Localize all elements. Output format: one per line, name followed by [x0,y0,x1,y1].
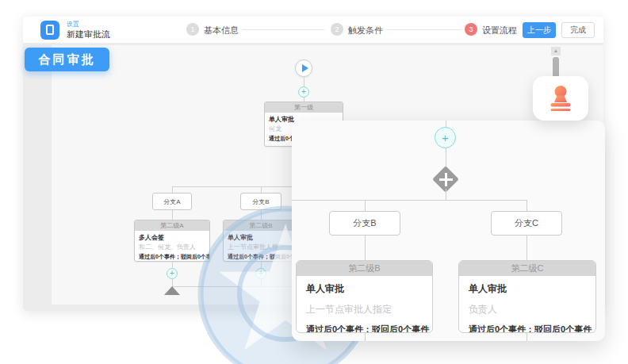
node-events: 通过后0个事件；驳回后0个事件 [139,252,205,261]
connector [261,279,262,286]
screen: 设置 新建审批流 1 基本信息 2 触发条件 3 设置流程 上一步 完成 + [0,0,628,364]
node-title: 第一级 [265,102,343,113]
connector [304,77,304,86]
approval-node-level2b[interactable]: 第二级B 单人审批 上一节点审批人指定 通过后0个事件；驳回后0个事件 [223,220,299,262]
connector [292,200,527,201]
node-title: 第二级A [135,220,209,231]
connector [446,189,446,200]
node-type: 单人审批 [306,282,424,296]
app-logo-icon [40,21,59,40]
zoom-preview-panel: + 分支B 分支C 第二级B 单人审批 上一节点审批人指定 通过后0个事件；驳回… [292,121,605,341]
approval-node-level2c[interactable]: 第二级C 单人审批 负责人 通过后0个事件；驳回后0个事件 [458,260,596,333]
start-node[interactable] [295,59,312,77]
node-assignee: 上一节点审批人指定 [306,303,424,316]
node-type: 多人会签 [139,233,205,243]
node-type: 单人审批 [228,233,294,243]
play-icon [302,64,308,72]
connector [365,200,366,211]
connector [172,279,173,286]
connector [172,186,173,193]
flow-name-badge: 合同审批 [25,48,109,71]
connector [261,262,262,268]
add-node-button[interactable]: + [435,127,456,148]
header-bar: 设置 新建审批流 1 基本信息 2 触发条件 3 设置流程 上一步 完成 [23,17,603,43]
step-2-circle[interactable]: 2 [331,23,343,36]
node-events: 通过后0个事件；驳回后0个事件 [306,324,424,333]
add-node-button[interactable]: + [298,86,309,98]
merge-arrow-icon [164,286,180,295]
branch-node-b[interactable]: 分支B [329,211,400,236]
node-events: 通过后0个事件；驳回后0个事件 [228,252,294,261]
connector [261,210,262,220]
prev-step-button[interactable]: 上一步 [523,22,556,38]
branch-node-b[interactable]: 分支B [240,193,281,210]
step-2-label[interactable]: 触发条件 [348,25,383,36]
app-section-label: 设置 [67,20,79,29]
node-title: 第二级B [224,220,298,231]
branch-node-c[interactable]: 分支C [491,211,562,236]
finish-button[interactable]: 完成 [561,22,595,38]
approval-node-level2b[interactable]: 第二级B 单人审批 上一节点审批人指定 通过后0个事件；驳回后0个事件 [296,260,433,333]
connector [365,236,366,260]
add-node-button[interactable]: + [255,268,266,279]
connector [365,333,366,341]
connector [527,236,527,260]
scrollbar-up-button[interactable]: ▲ [551,47,561,56]
node-type: 单人审批 [469,282,588,296]
step-connector [386,29,461,30]
document-icon [46,25,54,35]
step-connector [242,29,324,30]
stamp-card [533,76,588,121]
node-assignee: 和二、何龙、负责人 [139,243,205,252]
step-1-label[interactable]: 基本信息 [204,25,239,36]
connector [261,186,262,193]
approval-node-level2a[interactable]: 第二级A 多人会签 和二、何龙、负责人 通过后0个事件；驳回后0个事件 [134,220,210,262]
page-title: 新建审批流 [67,29,110,40]
step-3-circle[interactable]: 3 [465,23,477,36]
stamp-icon [546,84,575,113]
connector [172,262,173,268]
connector [172,210,173,220]
node-assignee: 负责人 [469,303,588,316]
node-assignee: 上一节点审批人指定 [228,243,294,252]
plus-icon [445,173,447,186]
connector [172,186,308,187]
connector [527,200,527,211]
branch-node-a[interactable]: 分支A [152,193,192,210]
connector [527,333,527,341]
add-node-button[interactable]: + [167,268,178,279]
node-title: 第二级B [297,261,432,276]
step-3-label[interactable]: 设置流程 [482,25,517,36]
step-1-circle[interactable]: 1 [186,23,199,36]
node-events: 通过后0个事件；驳回后0个事件 [469,324,588,333]
node-title: 第二级C [459,261,595,276]
